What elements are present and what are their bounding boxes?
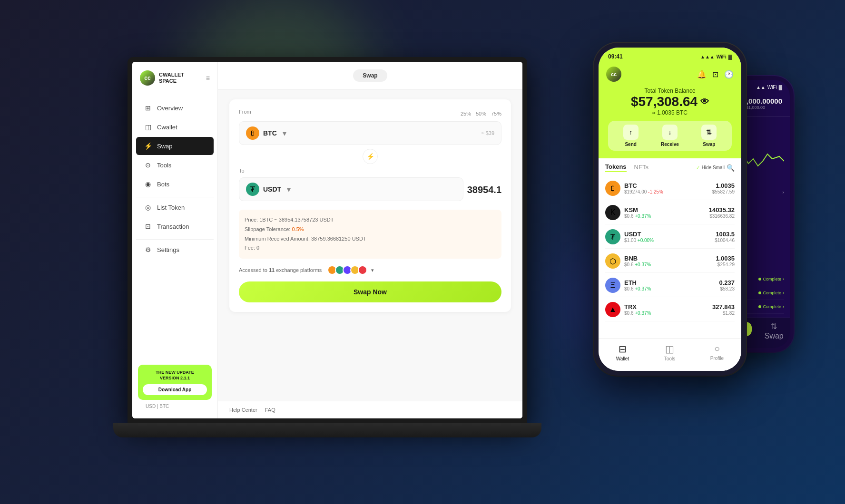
btc-icon: ₿ — [246, 126, 259, 140]
phone-status-bar: 09:41 ▲▲▲ WiFi ▓ — [599, 48, 741, 63]
75pct-btn[interactable]: 75% — [491, 111, 501, 116]
price-line: Price: 1BTC ~ 38954.13758723 USDT — [245, 215, 496, 225]
bnb-token-icon: ⬡ — [605, 253, 620, 269]
phone-header: cc 🔔 ⊡ 🕐 Total Token Balance $57,308.64 … — [599, 63, 741, 158]
eth-info: ETH $0.6 +0.37% — [624, 279, 719, 291]
sidebar-item-settings[interactable]: ⚙ Settings — [136, 241, 214, 259]
token-info-arrow: › — [782, 189, 784, 195]
nav-wallet[interactable]: ⊟ Wallet — [616, 343, 629, 361]
battery-icon: ▓ — [728, 54, 732, 59]
search-icon[interactable]: 🔍 — [727, 164, 735, 172]
platform-5 — [358, 265, 367, 275]
to-token-selector[interactable]: ₮ USDT ▾ — [239, 177, 463, 201]
scene: cc CWALLET SPACE ≡ ⊞ Overview — [89, 38, 756, 466]
usdt-icon: ₮ — [246, 183, 259, 196]
sidebar-item-swap[interactable]: ⚡ Swap — [136, 137, 214, 155]
phone2-signal: ▲▲ — [756, 85, 766, 90]
price-info: Price: 1BTC ~ 38954.13758723 USDT Slippa… — [239, 210, 501, 259]
wifi-icon: WiFi — [717, 54, 727, 59]
25pct-btn[interactable]: 25% — [461, 111, 471, 116]
wallet-nav-icon: ⊟ — [619, 343, 627, 355]
sidebar-item-overview[interactable]: ⊞ Overview — [136, 99, 214, 117]
tab-nfts[interactable]: NFTs — [634, 164, 648, 172]
swap-icon: ⇅ — [701, 125, 717, 140]
faq-link[interactable]: FAQ — [265, 407, 275, 413]
from-label: From — [239, 109, 251, 115]
currency-toggle[interactable]: USD | BTC — [138, 400, 212, 413]
token-row-ksm[interactable]: K KSM $0.6 +0.37% 14035.32 $316636.82 — [605, 201, 735, 224]
phone-main-screen: 09:41 ▲▲▲ WiFi ▓ cc 🔔 ⊡ 🕐 — [599, 48, 741, 371]
phone-body: Tokens NFTs ✓ Hide Small 🔍 ₿ BTC — [599, 158, 741, 338]
50pct-btn[interactable]: 50% — [476, 111, 486, 116]
swap-now-button[interactable]: Swap Now — [239, 281, 501, 302]
laptop-body — [113, 423, 541, 437]
to-label: To — [239, 168, 501, 174]
logo-icon: cc — [140, 70, 155, 86]
tools-nav-icon: ◫ — [665, 343, 674, 355]
swap-amount: 38954.1 — [467, 184, 501, 195]
swap-direction-btn[interactable]: ⚡ — [363, 149, 378, 164]
send-icon: ↑ — [623, 125, 639, 140]
hide-small-toggle[interactable]: ✓ Hide Small 🔍 — [696, 164, 735, 172]
overview-icon: ⊞ — [144, 104, 152, 112]
bots-icon: ◉ — [144, 180, 152, 188]
main-header: Swap — [218, 62, 522, 90]
scan-icon[interactable]: ⊡ — [712, 70, 718, 79]
token-row-eth[interactable]: Ξ ETH $0.6 +0.37% 0.237 $58.23 — [605, 274, 735, 297]
tx-status-3: Complete › — [758, 304, 784, 309]
balance-label: Total Token Balance — [606, 87, 734, 94]
sidebar-item-list-token[interactable]: ◎ List Token — [136, 198, 214, 216]
main-content: Swap From 25% 50% 75% — [218, 62, 522, 418]
trx-token-icon: ▲ — [605, 302, 620, 317]
usdt-token-icon: ₮ — [605, 229, 620, 244]
clock-icon[interactable]: 🕐 — [724, 70, 734, 79]
nav-tools[interactable]: ◫ Tools — [664, 343, 675, 361]
sidebar-item-transaction[interactable]: ⊡ Transaction — [136, 217, 214, 235]
tab-swap[interactable]: Swap — [353, 69, 387, 82]
balance-section: Total Token Balance $57,308.64 👁 ≈ 1.003… — [606, 86, 734, 121]
swap-direction: ⚡ — [239, 149, 501, 164]
sidebar-item-bots[interactable]: ◉ Bots — [136, 175, 214, 193]
send-action[interactable]: ↑ Send — [623, 125, 639, 147]
swap-action[interactable]: ⇅ Swap — [701, 125, 717, 147]
receive-action[interactable]: ↓ Receive — [661, 125, 679, 147]
token-row-btc[interactable]: ₿ BTC $19274.00 -1.25% 1.0035 $55827.59 — [605, 177, 735, 200]
nav-profile[interactable]: ○ Profile — [710, 343, 724, 361]
tx-status-1: Complete › — [758, 277, 784, 281]
profile-nav-icon: ○ — [714, 343, 720, 354]
exchange-text: Accessed to 11 exchange platforms — [239, 267, 322, 273]
download-app-button[interactable]: Download App — [143, 384, 207, 395]
token-row-usdt[interactable]: ₮ USDT $1.00 +0.00% 1003.5 $1004.46 — [605, 225, 735, 249]
tools-icon: ⊙ — [144, 161, 152, 169]
balance-btc: ≈ 1.0035 BTC — [606, 109, 734, 116]
laptop: cc CWALLET SPACE ≡ ⊞ Overview — [113, 57, 541, 437]
btc-token-icon: ₿ — [605, 181, 620, 196]
sidebar-logo: cc CWALLET SPACE ≡ — [132, 62, 217, 94]
to-token-name: USDT — [263, 185, 281, 193]
phone-header-icons: 🔔 ⊡ 🕐 — [697, 70, 734, 79]
tx-status-2: Complete › — [758, 291, 784, 295]
list-token-icon: ◎ — [144, 203, 152, 212]
phone2-nav-swap[interactable]: ⇅ Swap — [765, 322, 784, 340]
bell-icon[interactable]: 🔔 — [697, 70, 707, 79]
bnb-info: BNB $0.6 +0.37% — [624, 255, 716, 267]
from-token-selector[interactable]: ₿ BTC ▾ ≈ $39 — [239, 121, 501, 145]
btc-info: BTC $19274.00 -1.25% — [624, 182, 712, 194]
tab-tokens[interactable]: Tokens — [605, 163, 627, 172]
expand-icon[interactable]: ▾ — [371, 267, 374, 273]
token-list: ₿ BTC $19274.00 -1.25% 1.0035 $55827.59 — [605, 177, 735, 321]
token-row-trx[interactable]: ▲ TRX $0.6 +0.37% 327.843 $1.82 — [605, 298, 735, 321]
swap-content: From 25% 50% 75% ₿ BTC ▾ — [218, 90, 522, 401]
exchange-platforms: Accessed to 11 exchange platforms ▾ — [239, 265, 501, 275]
hamburger-icon[interactable]: ≡ — [206, 74, 210, 82]
help-center-link[interactable]: Help Center — [229, 407, 257, 413]
approx-value: ≈ $39 — [481, 130, 494, 136]
main-footer: Help Center FAQ — [218, 401, 522, 418]
from-chevron-icon: ▾ — [283, 129, 286, 138]
sidebar-item-cwallet[interactable]: ◫ Cwallet — [136, 118, 214, 136]
token-row-bnb[interactable]: ⬡ BNB $0.6 +0.37% 1.0035 $254.29 — [605, 250, 735, 273]
phone-top-icons: cc 🔔 ⊡ 🕐 — [606, 67, 734, 82]
eye-icon[interactable]: 👁 — [700, 97, 709, 107]
laptop-screen: cc CWALLET SPACE ≡ ⊞ Overview — [128, 57, 527, 423]
sidebar-item-tools[interactable]: ⊙ Tools — [136, 156, 214, 174]
